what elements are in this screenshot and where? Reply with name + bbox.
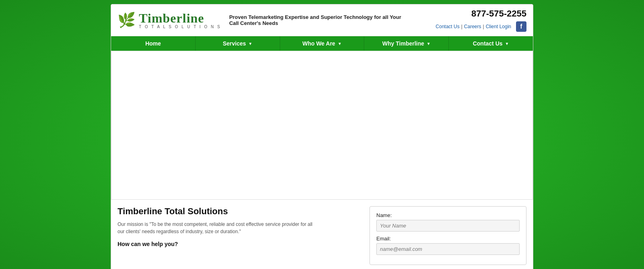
nav-item-contact[interactable]: Contact Us ▼ xyxy=(449,36,533,51)
email-input[interactable] xyxy=(376,243,520,255)
how-help-heading: How can we help you? xyxy=(118,241,359,247)
logo-text-block: Timberline T o t a l S o l u t i o n s xyxy=(139,12,221,29)
separator-1: | xyxy=(461,24,462,29)
email-label: Email: xyxy=(376,236,520,242)
nav-item-services[interactable]: Services ▼ xyxy=(196,36,280,51)
nav-services-arrow: ▼ xyxy=(248,41,252,46)
name-form-group: Name: xyxy=(376,212,520,232)
bottom-section: Timberline Total Solutions Our mission i… xyxy=(111,200,533,269)
nav-services-label: Services xyxy=(223,40,246,47)
tree-icon: 🌿 xyxy=(118,13,136,27)
name-input[interactable] xyxy=(376,220,520,232)
main-nav: Home Services ▼ Who We Are ▼ Why Timberl… xyxy=(111,36,533,51)
facebook-icon[interactable]: f xyxy=(516,21,526,32)
mission-line1: Our mission is "To be the most competent… xyxy=(118,221,312,227)
nav-item-home[interactable]: Home xyxy=(111,36,196,51)
banner-area xyxy=(111,51,533,200)
left-content: Timberline Total Solutions Our mission i… xyxy=(118,206,363,265)
nav-contact-label: Contact Us xyxy=(473,40,503,47)
header-tagline: Proven Telemarketing Expertise and Super… xyxy=(229,14,427,26)
mission-line2: our clients' needs regardless of industr… xyxy=(118,229,241,234)
nav-item-who-we-are[interactable]: Who We Are ▼ xyxy=(280,36,365,51)
header: 🌿 Timberline T o t a l S o l u t i o n s… xyxy=(111,4,533,36)
email-form-group: Email: xyxy=(376,236,520,255)
header-links: Contact Us | Careers | Client Login f xyxy=(436,21,526,32)
logo-main: Timberline xyxy=(139,12,221,25)
page-wrapper: 🌿 Timberline T o t a l S o l u t i o n s… xyxy=(111,4,533,269)
company-title: Timberline Total Solutions xyxy=(118,206,359,217)
nav-why-label: Why Timberline xyxy=(382,40,424,47)
nav-why-arrow: ▼ xyxy=(427,41,431,46)
contact-us-link[interactable]: Contact Us xyxy=(436,24,459,29)
header-center: Proven Telemarketing Expertise and Super… xyxy=(221,14,436,26)
careers-link[interactable]: Careers xyxy=(464,24,481,29)
mission-text: Our mission is "To be the most competent… xyxy=(118,221,359,235)
contact-form: Name: Email: xyxy=(369,206,526,265)
logo-sub: T o t a l S o l u t i o n s xyxy=(139,25,221,29)
client-login-link[interactable]: Client Login xyxy=(486,24,511,29)
logo-area: 🌿 Timberline T o t a l S o l u t i o n s xyxy=(118,12,221,29)
name-label: Name: xyxy=(376,212,520,218)
nav-who-arrow: ▼ xyxy=(338,41,342,46)
nav-item-why-timberline[interactable]: Why Timberline ▼ xyxy=(364,36,449,51)
nav-home-label: Home xyxy=(145,40,161,47)
separator-2: | xyxy=(483,24,484,29)
phone-number: 877-575-2255 xyxy=(471,8,526,19)
nav-contact-arrow: ▼ xyxy=(505,41,509,46)
nav-who-label: Who We Are xyxy=(302,40,335,47)
header-right: 877-575-2255 Contact Us | Careers | Clie… xyxy=(436,8,526,32)
